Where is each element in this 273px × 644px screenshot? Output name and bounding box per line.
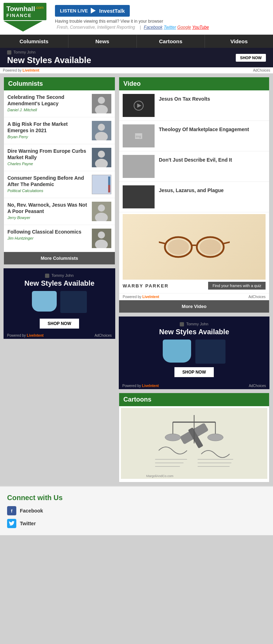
video-item[interactable]: Jesus, Lazarus, and Plague bbox=[119, 182, 269, 212]
columnist-item[interactable]: Following Classical Economics Jim Huntzi… bbox=[4, 225, 115, 252]
banner-ad[interactable]: Tommy John New Styles Available SHOP NOW bbox=[0, 48, 273, 67]
video-ad-notice: Powered by LiveIntent AdChoices bbox=[119, 293, 269, 300]
svg-point-32 bbox=[165, 434, 181, 441]
video-item[interactable]: img Theology Of Marketplace Engagement bbox=[119, 121, 269, 151]
facebook-link[interactable]: Facebook bbox=[144, 25, 163, 30]
columnist-item[interactable]: No, Rev. Warnock, Jesus Was Not A Poor P… bbox=[4, 198, 115, 225]
columnist-item[interactable]: Dire Warning From Europe Curbs Market Ra… bbox=[4, 144, 115, 171]
svg-text:MargoliAndCo.com: MargoliAndCo.com bbox=[146, 474, 174, 478]
columnist-author: Charles Payne bbox=[7, 162, 89, 166]
right-ad-content: Tommy John New Styles Available SHOP NOW bbox=[119, 317, 269, 382]
person-svg-1 bbox=[92, 94, 111, 113]
warby-bottom: WARBY PARKER Find your frames with a qui… bbox=[123, 282, 266, 290]
right-column: Video Jesus On Tax Revolts img bbox=[119, 77, 269, 482]
svg-point-10 bbox=[98, 205, 105, 212]
warby-image bbox=[123, 214, 266, 280]
left-ad-shop-button[interactable]: SHOP NOW bbox=[40, 319, 79, 329]
connect-twitter[interactable]: Twitter bbox=[7, 519, 266, 528]
video-thumbnail-2: img bbox=[123, 124, 155, 147]
left-ad-adchoices: AdChoices bbox=[95, 334, 112, 337]
logo-townhall: Townhall.com bbox=[6, 5, 44, 13]
warby-ad[interactable]: WARBY PARKER Find your frames with a qui… bbox=[119, 212, 269, 293]
connect-twitter-label: Twitter bbox=[20, 521, 36, 526]
header-trouble-text: Having trouble viewing this email? View … bbox=[55, 19, 269, 24]
video-title-3: Don't Just Describe Evil, End It bbox=[159, 155, 232, 163]
nav-columnists[interactable]: Columnists bbox=[0, 35, 68, 48]
cartoon-image[interactable]: MargoliAndCo.com bbox=[119, 406, 269, 482]
invest-talk-label: InvestTalk bbox=[99, 8, 125, 14]
video-title-1: Jesus On Tax Revolts bbox=[159, 94, 210, 102]
cartoons-header: Cartoons bbox=[119, 393, 269, 406]
svg-point-13 bbox=[98, 231, 105, 239]
cartoon-svg: MargoliAndCo.com bbox=[121, 408, 267, 479]
columnist-author: Daniel J. Mitchell bbox=[7, 108, 89, 112]
left-ad-powered: Powered by LiveIntent bbox=[7, 334, 44, 337]
video-box: Video Jesus On Tax Revolts img bbox=[119, 77, 269, 313]
columnist-title: A Big Risk For the Market Emerges in 202… bbox=[7, 121, 89, 134]
cartoons-box: Cartoons MargoliAndCo.com bbox=[119, 393, 269, 482]
person-svg-3 bbox=[92, 148, 111, 167]
columnist-title: Dire Warning From Europe Curbs Market Ra… bbox=[7, 148, 89, 161]
columnist-image bbox=[92, 121, 111, 140]
video-item[interactable]: Don't Just Describe Evil, End It bbox=[119, 151, 269, 182]
columnist-item[interactable]: A Big Risk For the Market Emerges in 202… bbox=[4, 117, 115, 144]
more-video-button[interactable]: More Video bbox=[119, 300, 269, 313]
right-ad: Tommy John New Styles Available SHOP NOW… bbox=[119, 317, 269, 389]
main-content: Columnists Celebrating The Second Amendm… bbox=[0, 73, 273, 486]
twitter-link[interactable]: Twitter bbox=[164, 25, 176, 30]
columnist-image bbox=[92, 229, 111, 248]
tj-icon-left bbox=[45, 274, 49, 278]
video-title-4: Jesus, Lazarus, and Plague bbox=[159, 185, 224, 194]
warby-cta-button[interactable]: Find your frames with a quiz bbox=[208, 282, 266, 290]
site-header: Townhall.com FINANCE LISTEN LIVE InvestT… bbox=[0, 0, 273, 35]
video-thumbnail-1 bbox=[123, 94, 155, 117]
columnist-text: Consumer Spending Before And After The P… bbox=[7, 175, 92, 193]
right-ad-shop-button[interactable]: SHOP NOW bbox=[174, 367, 213, 377]
banner-shop-button[interactable]: SHOP NOW bbox=[236, 54, 266, 62]
columnist-title: No, Rev. Warnock, Jesus Was Not A Poor P… bbox=[7, 202, 89, 214]
banner-brand: Tommy John bbox=[7, 50, 91, 55]
warby-logo: WARBY PARKER bbox=[123, 283, 169, 289]
svg-text:img: img bbox=[136, 135, 141, 138]
left-ad: Tommy John New Styles Available SHOP NOW… bbox=[4, 268, 115, 339]
svg-point-7 bbox=[98, 151, 105, 158]
columnist-text: Dire Warning From Europe Curbs Market Ra… bbox=[7, 148, 92, 166]
left-ad-underwear bbox=[9, 291, 110, 313]
nav-videos[interactable]: Videos bbox=[205, 35, 273, 48]
person-svg-5 bbox=[92, 202, 111, 221]
header-right: LISTEN LIVE InvestTalk Having trouble vi… bbox=[50, 5, 269, 30]
listen-live-button[interactable]: LISTEN LIVE InvestTalk bbox=[55, 5, 130, 17]
more-columnists-button[interactable]: More Columnists bbox=[4, 252, 115, 264]
connect-facebook[interactable]: f Facebook bbox=[7, 506, 266, 515]
video-thumbnail-4 bbox=[123, 185, 155, 208]
youtube-link[interactable]: YouTube bbox=[192, 25, 209, 30]
adchoices-label: AdChoices bbox=[253, 68, 270, 72]
columnist-title: Celebrating The Second Amendment's Legac… bbox=[7, 94, 89, 107]
columnist-author: Bryan Perry bbox=[7, 135, 89, 139]
logo-box[interactable]: Townhall.com FINANCE bbox=[4, 3, 46, 20]
connect-section: Connect with Us f Facebook Twitter bbox=[0, 486, 273, 535]
video-item[interactable]: Jesus On Tax Revolts bbox=[119, 90, 269, 121]
columnist-item[interactable]: Celebrating The Second Amendment's Legac… bbox=[4, 90, 115, 117]
video-title-2: Theology Of Marketplace Engagement bbox=[159, 124, 249, 133]
columnist-title: Consumer Spending Before And After The P… bbox=[7, 175, 89, 187]
columnist-author: Political Calculations bbox=[7, 189, 89, 193]
header-tagline: Fresh, Conservative, Intelligent Reporti… bbox=[55, 25, 269, 30]
liveintent-label: LiveIntent bbox=[23, 68, 39, 72]
svg-point-20 bbox=[168, 239, 189, 255]
video-header: Video bbox=[119, 77, 269, 90]
main-nav: Columnists News Cartoons Videos bbox=[0, 35, 273, 48]
banner-ad-notice: Powered by LiveIntent AdChoices bbox=[0, 67, 273, 73]
tj-icon bbox=[7, 50, 11, 55]
person-svg-6 bbox=[92, 229, 111, 248]
banner-title: New Styles Available bbox=[7, 55, 91, 65]
person-svg-2 bbox=[92, 121, 111, 140]
logo-diamond bbox=[4, 21, 43, 32]
google-link[interactable]: Google bbox=[177, 25, 191, 30]
listen-live-text: LISTEN LIVE bbox=[60, 8, 88, 13]
columnist-item[interactable]: Consumer Spending Before And After The P… bbox=[4, 171, 115, 198]
nav-news[interactable]: News bbox=[68, 35, 137, 48]
right-underwear-brief bbox=[163, 340, 191, 363]
play-icon-1 bbox=[133, 100, 144, 111]
nav-cartoons[interactable]: Cartoons bbox=[137, 35, 205, 48]
